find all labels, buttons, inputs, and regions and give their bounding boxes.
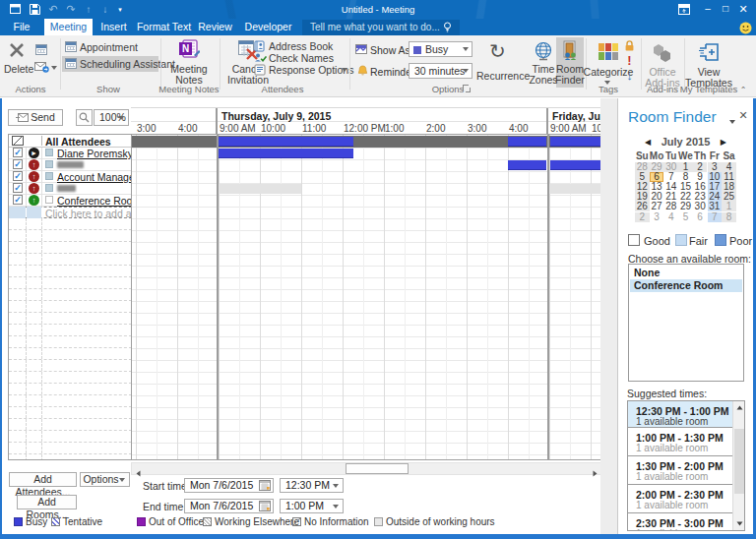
tell-me-box[interactable]: Tell me what you want to do... bbox=[302, 20, 460, 35]
calendar-day[interactable]: 26 bbox=[635, 202, 650, 211]
calendar-day[interactable]: 27 bbox=[650, 202, 664, 211]
end-time-field[interactable]: 1:00 PM bbox=[280, 499, 344, 513]
undo-icon[interactable]: ↶ bbox=[46, 0, 60, 19]
maximize-icon[interactable]: □ bbox=[717, 0, 734, 19]
move-down-icon[interactable]: ↓ bbox=[98, 0, 112, 19]
response-options-button[interactable]: Response Options bbox=[254, 64, 346, 77]
delete-button[interactable]: Delete bbox=[4, 63, 33, 75]
pane-close-icon[interactable]: ✕ bbox=[737, 109, 749, 122]
meeting-notes-button[interactable]: N Meeting Notes bbox=[165, 39, 213, 87]
scroll-left-icon[interactable] bbox=[132, 463, 145, 474]
add-attendee-row[interactable]: Click here to add a name bbox=[9, 207, 131, 218]
attendee-checkbox[interactable]: ✓ bbox=[13, 159, 23, 169]
forward-menu-caret-icon[interactable] bbox=[51, 66, 57, 70]
tab-format-text[interactable]: Format Text bbox=[134, 19, 194, 35]
options-dialog-launcher-icon[interactable] bbox=[463, 85, 472, 93]
calendar-day[interactable]: 3 bbox=[650, 212, 664, 222]
attendee-checkbox[interactable]: ✓ bbox=[13, 183, 23, 193]
show-calendar-icon[interactable] bbox=[35, 44, 47, 55]
attendee-checkbox[interactable]: ✓ bbox=[13, 195, 23, 205]
attendee-name-link[interactable]: Conference Room bbox=[57, 195, 131, 207]
column-divider bbox=[26, 395, 27, 406]
room-finder-button[interactable]: Room Finder bbox=[556, 37, 584, 88]
zoom-icon[interactable] bbox=[76, 109, 93, 126]
suggested-time-item[interactable]: 12:30 PM - 1:00 PM1 available room bbox=[628, 401, 733, 428]
customize-qat-icon[interactable]: ▾ bbox=[113, 0, 127, 19]
tab-meeting[interactable]: Meeting bbox=[44, 19, 93, 35]
attendee-name-link[interactable]: Account Manager bbox=[57, 171, 131, 183]
calendar-day[interactable]: 1 bbox=[722, 202, 736, 211]
calendar-day[interactable]: 4 bbox=[663, 212, 678, 222]
start-date-field[interactable]: Mon 7/6/2015 bbox=[184, 478, 274, 493]
calendar-day[interactable]: 31 bbox=[708, 202, 723, 211]
office-addins-button[interactable]: Office Add-ins bbox=[644, 39, 681, 87]
scroll-down-icon[interactable] bbox=[733, 517, 745, 530]
suggested-time-item[interactable]: 1:30 PM - 2:00 PM1 available room bbox=[628, 456, 733, 485]
move-up-icon[interactable]: ↑ bbox=[82, 0, 95, 19]
options-button[interactable]: Options bbox=[80, 472, 130, 487]
appointment-button[interactable]: Appointment bbox=[63, 40, 158, 55]
calendar-day[interactable]: 30 bbox=[693, 202, 708, 211]
show-as-select[interactable]: Busy bbox=[409, 41, 472, 57]
redo-icon[interactable]: ↷ bbox=[64, 0, 78, 19]
attendee-checkbox[interactable]: ✓ bbox=[13, 171, 23, 181]
collapse-ribbon-icon[interactable]: ⌃ bbox=[738, 87, 748, 94]
calendar-day[interactable]: 28 bbox=[663, 202, 678, 211]
recurrence-button[interactable]: ↻ Recurrence bbox=[479, 39, 523, 87]
high-importance-icon[interactable]: ! bbox=[625, 53, 634, 68]
calendar-day[interactable]: 6 bbox=[693, 212, 708, 222]
suggested-time-item[interactable]: 1:00 PM - 1:30 PM1 available room bbox=[628, 428, 733, 456]
scroll-up-icon[interactable] bbox=[733, 401, 745, 414]
add-attendees-button[interactable]: Add Attendees... bbox=[9, 472, 77, 487]
attendee-name-redacted[interactable] bbox=[57, 161, 84, 168]
start-time-field[interactable]: 12:30 PM bbox=[280, 478, 344, 493]
calendar-day[interactable]: 7 bbox=[708, 212, 723, 222]
ribbon-display-options-icon[interactable] bbox=[675, 0, 693, 19]
private-lock-icon[interactable] bbox=[623, 39, 636, 54]
scheduling-assistant-button[interactable]: Scheduling Assistant bbox=[62, 56, 158, 72]
calendar-day-name: Tu bbox=[663, 151, 678, 161]
forward-icon[interactable] bbox=[34, 61, 49, 75]
minimize-icon[interactable]: – bbox=[699, 0, 717, 19]
view-templates-button[interactable]: View Templates bbox=[689, 39, 728, 87]
start-date-picker-icon[interactable] bbox=[259, 480, 272, 491]
suggested-time-item[interactable]: 2:30 PM - 3:00 PM1 available room bbox=[628, 513, 733, 531]
room-list[interactable]: NoneConference Room bbox=[628, 264, 744, 382]
calendar-day[interactable]: 5 bbox=[678, 212, 693, 222]
calendar-day[interactable]: 2 bbox=[635, 212, 650, 222]
attendee-name-redacted[interactable] bbox=[57, 185, 76, 192]
suggested-times-scrollbar[interactable] bbox=[732, 401, 744, 530]
attendee-checkbox[interactable]: ✓ bbox=[13, 148, 23, 157]
attendee-name-link[interactable]: Diane Poremsky bbox=[57, 148, 131, 159]
room-option[interactable]: Conference Room bbox=[630, 279, 742, 292]
pane-menu-caret-icon[interactable] bbox=[729, 114, 735, 126]
calendar-day[interactable]: 29 bbox=[678, 202, 693, 211]
tab-insert[interactable]: Insert bbox=[94, 19, 133, 35]
suggested-times-list[interactable]: 12:30 PM - 1:00 PM1 available room1:00 P… bbox=[627, 400, 745, 531]
delete-icon[interactable] bbox=[8, 41, 28, 61]
tab-review[interactable]: Review bbox=[193, 19, 237, 35]
reminder-select[interactable]: 30 minutes bbox=[409, 63, 472, 79]
pane-splitter[interactable] bbox=[600, 98, 618, 534]
suggested-time-item[interactable]: 2:00 PM - 2:30 PM1 available room bbox=[628, 485, 733, 513]
address-book-button[interactable]: Address Book bbox=[254, 40, 346, 52]
room-option[interactable]: None bbox=[630, 267, 742, 279]
calendar-day[interactable]: 8 bbox=[722, 212, 736, 222]
save-icon[interactable] bbox=[28, 0, 41, 19]
free-busy-grid[interactable] bbox=[131, 134, 602, 460]
end-date-field[interactable]: Mon 7/6/2015 bbox=[184, 499, 274, 513]
send-button[interactable]: Send bbox=[8, 109, 63, 126]
scrollbar-thumb[interactable] bbox=[346, 463, 409, 474]
add-rooms-button[interactable]: Add Rooms... bbox=[17, 495, 77, 509]
end-date-picker-icon[interactable] bbox=[259, 501, 272, 511]
scrollbar-thumb[interactable] bbox=[734, 429, 744, 494]
next-month-icon[interactable]: ▶ bbox=[721, 138, 726, 147]
timeline-scrollbar[interactable] bbox=[131, 462, 602, 475]
low-importance-icon[interactable]: ↓ bbox=[623, 68, 636, 83]
close-icon[interactable]: ✕ bbox=[734, 0, 752, 19]
check-names-button[interactable]: Check Names bbox=[254, 52, 346, 64]
tab-developer[interactable]: Developer bbox=[240, 19, 296, 35]
tab-file[interactable]: File bbox=[6, 19, 37, 35]
categorize-button[interactable]: Categorize bbox=[589, 39, 628, 87]
zoom-level-select[interactable]: 100% bbox=[94, 109, 129, 126]
